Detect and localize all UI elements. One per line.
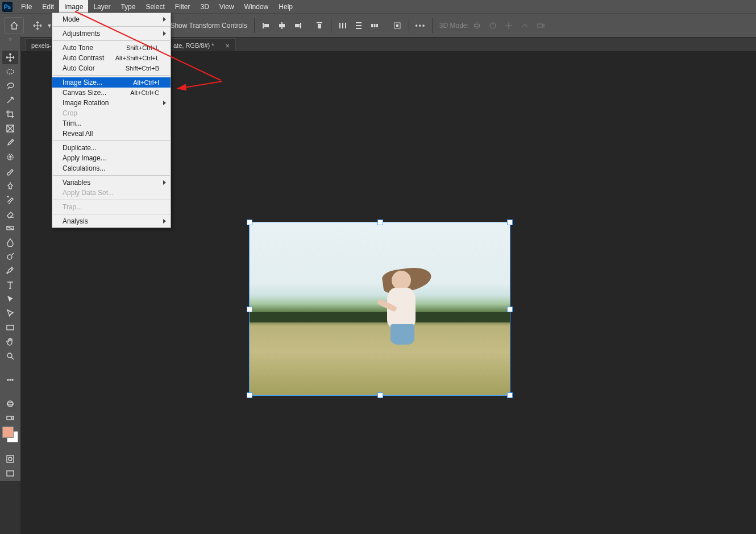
menu-filter[interactable]: Filter	[170, 0, 196, 14]
zoom-tool[interactable]	[2, 349, 18, 363]
hand-tool[interactable]	[2, 335, 18, 349]
svg-rect-9	[342, 23, 343, 28]
3d-camera-icon[interactable]	[534, 19, 547, 32]
distribute-h-icon[interactable]	[336, 19, 350, 32]
type-tool[interactable]	[2, 278, 18, 292]
frame-tool[interactable]	[2, 122, 18, 135]
menu-item-auto-tone[interactable]: Auto ToneShift+Ctrl+L	[52, 43, 171, 53]
3d-orbit-icon[interactable]	[470, 19, 484, 32]
distribute-v-icon[interactable]	[352, 19, 365, 32]
quick-mask-icon[interactable]	[2, 452, 18, 466]
menu-item-label: Image Size...	[63, 78, 102, 86]
menu-window[interactable]: Window	[239, 0, 274, 14]
transform-handle[interactable]	[377, 220, 383, 225]
foreground-color-swatch[interactable]	[2, 427, 14, 438]
transform-handle[interactable]	[507, 220, 513, 225]
menu-type[interactable]: Type	[115, 0, 140, 14]
transform-handle[interactable]	[247, 392, 252, 398]
menu-item-reveal-all[interactable]: Reveal All	[52, 129, 171, 139]
3d-roll-icon[interactable]	[486, 19, 500, 32]
move-icon	[6, 53, 15, 62]
3d-material-tool[interactable]	[2, 397, 18, 411]
distribute-spacing-icon[interactable]	[368, 19, 381, 32]
transform-handle[interactable]	[507, 392, 513, 398]
menu-help[interactable]: Help	[273, 0, 298, 14]
transform-handle[interactable]	[507, 307, 513, 312]
image-selection-frame[interactable]	[249, 222, 510, 396]
dodge-tool[interactable]	[2, 250, 18, 263]
align-to-icon[interactable]	[391, 19, 404, 32]
color-swatches[interactable]	[2, 427, 18, 442]
3d-camera-tool[interactable]	[2, 411, 18, 425]
align-left-icon[interactable]	[259, 19, 273, 32]
align-center-h-icon[interactable]	[275, 19, 289, 32]
menu-item-calculations[interactable]: Calculations...	[52, 163, 171, 173]
expand-panels-icon[interactable]: »	[0, 36, 20, 44]
menu-item-canvas-size[interactable]: Canvas Size...Alt+Ctrl+C	[52, 88, 171, 98]
menu-item-label: Trap...	[63, 203, 82, 211]
eraser-icon	[6, 209, 15, 218]
menu-item-image-rotation[interactable]: Image Rotation	[52, 98, 171, 108]
eraser-tool[interactable]	[2, 207, 18, 221]
svg-rect-16	[376, 24, 378, 27]
rectangle-tool[interactable]	[2, 321, 18, 334]
more-options-icon[interactable]: •••	[414, 19, 427, 32]
edit-toolbar-tool[interactable]	[2, 373, 18, 387]
menu-item-variables[interactable]: Variables	[52, 177, 171, 188]
svg-point-30	[7, 379, 9, 380]
direct-select-tool[interactable]	[2, 307, 18, 320]
pen-tool[interactable]	[2, 264, 18, 278]
menu-layer[interactable]: Layer	[88, 0, 115, 14]
3d-slide-icon[interactable]	[518, 19, 531, 32]
3d-pan-icon[interactable]	[502, 19, 516, 32]
gradient-tool[interactable]	[2, 221, 18, 235]
menu-select[interactable]: Select	[140, 0, 169, 14]
menu-item-adjustments[interactable]: Adjustments	[52, 28, 171, 39]
3d-mode-label: 3D Mode:	[439, 22, 469, 30]
svg-point-19	[474, 23, 480, 28]
menu-item-duplicate[interactable]: Duplicate...	[52, 143, 171, 153]
lasso-tool[interactable]	[2, 79, 18, 93]
menu-3d[interactable]: 3D	[195, 0, 214, 14]
brush-tool[interactable]	[2, 164, 18, 178]
close-icon[interactable]: ×	[226, 42, 230, 50]
path-select-tool[interactable]	[2, 292, 18, 306]
transform-handle[interactable]	[247, 220, 252, 225]
svg-rect-0	[263, 23, 264, 28]
menu-item-trim[interactable]: Trim...	[52, 118, 171, 129]
svg-rect-36	[7, 456, 14, 462]
menu-item-image-size[interactable]: Image Size...Alt+Ctrl+I	[52, 77, 171, 88]
menu-item-mode[interactable]: Mode	[52, 14, 171, 24]
move-tool[interactable]	[2, 51, 18, 64]
tools-panel: »	[0, 36, 21, 481]
align-right-icon[interactable]	[291, 19, 305, 32]
menu-item-auto-color[interactable]: Auto ColorShift+Ctrl+B	[52, 63, 171, 73]
hand-icon	[6, 337, 15, 346]
spot-heal-tool[interactable]	[2, 150, 18, 164]
spot-heal-icon	[6, 152, 15, 162]
menu-edit[interactable]: Edit	[37, 0, 59, 14]
svg-rect-3	[279, 24, 285, 27]
show-transform-controls-checkbox[interactable]: Show Transform Controls	[158, 20, 247, 31]
type-icon	[6, 280, 15, 289]
eyedropper-tool[interactable]	[2, 136, 18, 150]
menu-item-auto-contrast[interactable]: Auto ContrastAlt+Shift+Ctrl+L	[52, 53, 171, 63]
crop-tool[interactable]	[2, 107, 18, 121]
transform-handle[interactable]	[377, 392, 383, 398]
home-button[interactable]	[5, 17, 24, 34]
magic-wand-tool[interactable]	[2, 93, 18, 107]
marquee-ellipse-tool[interactable]	[2, 65, 18, 78]
menu-item-label: Duplicate...	[63, 144, 97, 152]
transform-handle[interactable]	[247, 307, 252, 312]
menu-image[interactable]: Image	[59, 0, 88, 14]
menu-view[interactable]: View	[214, 0, 239, 14]
blur-tool[interactable]	[2, 235, 18, 249]
history-brush-tool[interactable]	[2, 193, 18, 206]
menu-file[interactable]: File	[16, 0, 37, 14]
menu-item-apply-image[interactable]: Apply Image...	[52, 153, 171, 163]
clone-tool[interactable]	[2, 179, 18, 192]
menu-item-analysis[interactable]: Analysis	[52, 216, 171, 226]
align-top-icon[interactable]	[313, 19, 326, 32]
svg-point-37	[9, 457, 12, 461]
screen-mode-icon[interactable]	[2, 467, 18, 481]
